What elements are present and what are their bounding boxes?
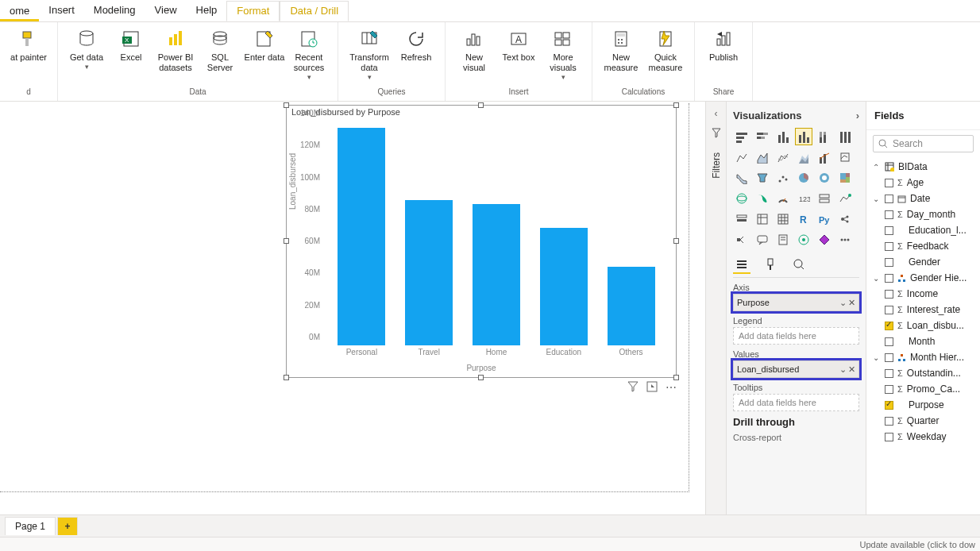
resize-handle[interactable] [673,238,679,244]
chevron-down-icon[interactable]: ⌄ [839,364,847,375]
tab-modeling[interactable]: Modeling [84,1,145,21]
transform-data-button[interactable]: Transform data▾ [345,25,394,83]
resize-handle[interactable] [478,375,484,380]
text-box-button[interactable]: AText box [496,25,541,64]
visual-type-icon[interactable] [816,169,833,187]
visual-type-icon[interactable] [795,169,812,187]
field-checkbox[interactable] [885,433,893,441]
visual-type-icon[interactable] [816,190,833,207]
visual-type-icon[interactable] [816,128,833,145]
visual-type-icon[interactable] [836,190,854,207]
page-tab-1[interactable]: Page 1 [5,517,56,535]
update-available-text[interactable]: Update available (click to dow [859,540,975,549]
publish-button[interactable]: Publish [701,25,746,64]
visual-type-icon[interactable] [816,231,833,249]
visual-type-icon[interactable] [836,128,854,145]
field-checkbox[interactable] [885,258,893,267]
visual-type-icon[interactable] [754,128,771,145]
quick-measure-button[interactable]: Quick measure [643,25,688,75]
field-item[interactable]: Purpose [871,397,975,413]
resize-handle[interactable] [284,238,289,244]
field-checkbox[interactable] [885,353,893,362]
legend-field-well[interactable]: Add data fields here [733,327,859,345]
field-item[interactable]: ΣOutstandin... [871,365,975,381]
visual-type-icon[interactable] [733,148,750,166]
visual-type-icon[interactable] [733,210,750,228]
visual-type-icon[interactable] [836,210,854,228]
field-item[interactable]: ΣAge [871,175,975,191]
collapse-chevron-icon[interactable]: › [856,110,859,121]
field-checkbox[interactable] [885,290,893,299]
field-item[interactable]: ΣPromo_Ca... [871,381,975,397]
remove-field-icon[interactable]: ✕ [848,298,855,308]
field-item[interactable]: ΣWeekday [871,429,975,445]
field-checkbox[interactable] [885,369,893,378]
visual-type-icon[interactable] [733,128,750,145]
tab-format[interactable]: Format [226,1,280,21]
field-item[interactable]: ΣFeedback [871,238,975,254]
visual-type-icon[interactable]: Py [816,210,833,228]
add-page-button[interactable]: + [57,517,78,535]
field-checkbox[interactable] [885,401,893,410]
visual-type-icon[interactable] [836,148,854,166]
refresh-button[interactable]: Refresh [394,25,438,64]
field-item[interactable]: ΣQuarter [871,413,975,429]
resize-handle[interactable] [478,102,484,108]
field-checkbox[interactable] [885,210,893,219]
visual-type-icon[interactable] [836,231,854,249]
visual-type-icon[interactable] [733,169,750,187]
field-checkbox[interactable] [885,242,893,251]
table-item[interactable]: ⌃ BIData [871,159,975,175]
visual-type-icon[interactable] [754,169,771,187]
resize-handle[interactable] [284,102,289,108]
field-item[interactable]: ⌄Month Hier... [871,349,975,365]
visual-type-icon[interactable] [795,148,812,166]
field-item[interactable]: ΣLoan_disbu... [871,318,975,333]
more-visuals-button[interactable]: More visuals▾ [541,25,585,83]
field-checkbox[interactable] [885,322,893,330]
field-checkbox[interactable] [885,337,893,346]
more-options-icon[interactable]: ⋯ [666,381,677,400]
get-data-button[interactable]: Get data▾ [64,25,109,73]
chart-bar[interactable] [338,128,385,345]
axis-field-well[interactable]: Purpose ⌄✕ [733,294,859,311]
visual-type-icon[interactable] [774,231,792,249]
resize-handle[interactable] [673,102,679,108]
field-checkbox[interactable] [885,179,893,187]
visual-type-icon[interactable] [733,190,750,207]
visual-type-icon[interactable] [774,128,792,145]
focus-mode-icon[interactable] [646,381,658,400]
field-checkbox[interactable] [885,417,893,426]
filter-icon[interactable] [627,381,639,400]
expand-chevron-icon[interactable]: ‹ [715,108,718,119]
tab-home[interactable]: ome [0,2,39,21]
report-canvas[interactable]: Loan_disbursed by Purpose Loan_disbursed… [0,102,705,514]
tab-help[interactable]: Help [187,1,227,21]
new-visual-button[interactable]: New visual [452,25,496,75]
chart-bar[interactable] [405,200,453,345]
chevron-down-icon[interactable]: ⌄ [839,298,847,308]
visual-type-icon[interactable] [836,169,854,187]
visual-type-icon[interactable] [754,148,771,166]
resize-handle[interactable] [284,375,289,380]
visual-type-icon[interactable] [774,148,792,166]
field-item[interactable]: ⌄Date [871,191,975,206]
values-field-well[interactable]: Loan_disbursed ⌄✕ [733,360,859,378]
sql-server-button[interactable]: SQL Server [198,25,242,75]
powerbi-datasets-button[interactable]: Power BI datasets [153,25,198,75]
visual-type-icon[interactable]: 123 [795,190,812,207]
visual-type-icon[interactable] [816,148,833,166]
visual-type-icon[interactable] [774,210,792,228]
field-item[interactable]: ΣDay_month [871,206,975,222]
resize-handle[interactable] [673,375,679,380]
field-checkbox[interactable] [885,195,893,203]
chart-bar[interactable] [540,228,588,345]
column-chart-visual[interactable]: Loan_disbursed by Purpose Loan_disbursed… [286,105,677,378]
field-item[interactable]: Education_l... [871,222,975,238]
visual-type-icon[interactable] [774,190,792,207]
format-tab[interactable] [762,256,779,274]
enter-data-button[interactable]: Enter data [242,25,287,64]
field-item[interactable]: ⌄Gender Hie... [871,270,975,286]
chart-bar[interactable] [473,204,520,346]
new-measure-button[interactable]: New measure [599,25,643,75]
